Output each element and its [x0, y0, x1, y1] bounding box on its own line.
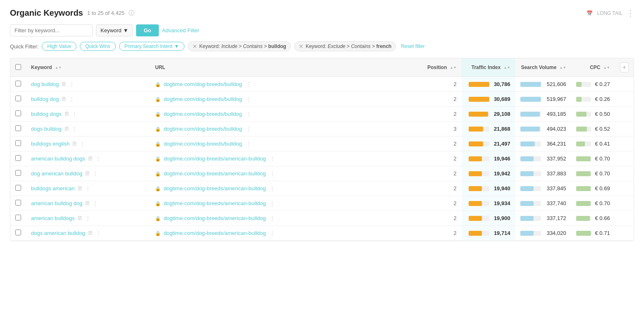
- url-menu-icon[interactable]: ⋮: [246, 96, 252, 102]
- row-menu-icon[interactable]: ⋮: [93, 200, 98, 206]
- document-icon[interactable]: 🖹: [77, 215, 83, 221]
- url-link[interactable]: dogtime.com/dog-breeds/bulldog: [164, 81, 242, 87]
- document-icon[interactable]: 🖹: [64, 126, 69, 132]
- url-link[interactable]: dogtime.com/dog-breeds/american-bulldog: [164, 156, 266, 162]
- header-add-col[interactable]: +: [615, 58, 634, 77]
- position-cell: 2: [420, 211, 462, 226]
- url-link[interactable]: dogtime.com/dog-breeds/bulldog: [164, 126, 242, 132]
- header-sv-label: Search Volume: [521, 65, 557, 70]
- row-menu-icon[interactable]: ⋮: [85, 185, 91, 192]
- help-icon[interactable]: ⓘ: [129, 10, 134, 17]
- keyword-link[interactable]: american bulldog dogs: [31, 156, 85, 162]
- primary-search-intent-dropdown[interactable]: Primary Search Intent ▼: [119, 42, 184, 51]
- keyword-link[interactable]: american bulldogs: [31, 215, 75, 221]
- keyword-link[interactable]: dog bulldog: [31, 81, 59, 87]
- sv-cell: 494,023: [515, 122, 571, 136]
- url-menu-icon[interactable]: ⋮: [270, 185, 275, 192]
- long-tail-label[interactable]: LONG TAIL: [597, 10, 622, 16]
- header-position-col[interactable]: Position ▲▼: [420, 58, 462, 77]
- document-icon[interactable]: 🖹: [85, 200, 90, 206]
- url-link[interactable]: dogtime.com/dog-breeds/bulldog: [164, 96, 242, 102]
- url-menu-icon[interactable]: ⋮: [270, 156, 275, 162]
- url-menu-icon[interactable]: ⋮: [246, 126, 252, 132]
- quick-wins-chip[interactable]: Quick Wins: [80, 42, 116, 51]
- keyword-link[interactable]: dog american bulldog: [31, 170, 82, 177]
- remove-french-filter[interactable]: ✕: [299, 43, 304, 50]
- cpc-cell: € 0.66: [571, 211, 615, 226]
- row-menu-icon[interactable]: ⋮: [96, 230, 101, 236]
- row-menu-icon[interactable]: ⋮: [72, 111, 78, 117]
- header-keyword-col[interactable]: Keyword ▲▼: [26, 58, 150, 77]
- keyword-link[interactable]: dogs american bulldog: [31, 230, 85, 236]
- row-checkbox[interactable]: [15, 230, 21, 235]
- header-sv-col[interactable]: Search Volume ▲▼: [515, 58, 571, 77]
- url-menu-icon[interactable]: ⋮: [246, 111, 252, 117]
- document-icon[interactable]: 🖹: [77, 185, 83, 192]
- more-options-icon[interactable]: ⋮: [627, 9, 634, 18]
- add-column-button[interactable]: +: [620, 62, 629, 72]
- advanced-filter-link[interactable]: Advanced Filter: [162, 27, 199, 34]
- url-menu-icon[interactable]: ⋮: [246, 141, 252, 147]
- row-menu-icon[interactable]: ⋮: [85, 215, 91, 221]
- sv-value: 337,172: [543, 215, 566, 221]
- row-checkbox[interactable]: [15, 200, 21, 206]
- url-menu-icon[interactable]: ⋮: [270, 170, 275, 177]
- keyword-filter-input[interactable]: [10, 24, 93, 36]
- row-menu-icon[interactable]: ⋮: [72, 126, 78, 132]
- document-icon[interactable]: 🖹: [64, 111, 69, 117]
- row-checkbox[interactable]: [15, 170, 21, 176]
- row-checkbox[interactable]: [15, 140, 21, 146]
- row-menu-icon[interactable]: ⋮: [69, 96, 75, 102]
- document-icon[interactable]: 🖹: [85, 170, 90, 177]
- add-cell: [615, 77, 634, 92]
- row-checkbox[interactable]: [15, 110, 21, 116]
- keyword-link[interactable]: bulldog dog: [31, 96, 59, 102]
- row-menu-icon[interactable]: ⋮: [80, 141, 86, 147]
- keyword-link[interactable]: bulldog dogs: [31, 111, 62, 117]
- keyword-link[interactable]: american bulldog dog: [31, 200, 82, 206]
- header-cpc-col[interactable]: CPC ▲▼: [571, 58, 615, 77]
- url-link[interactable]: dogtime.com/dog-breeds/american-bulldog: [164, 170, 266, 177]
- position-value: 2: [453, 141, 456, 147]
- document-icon[interactable]: 🖹: [88, 230, 93, 236]
- row-menu-icon[interactable]: ⋮: [96, 156, 101, 162]
- row-checkbox[interactable]: [15, 125, 21, 131]
- url-menu-icon[interactable]: ⋮: [270, 200, 275, 206]
- url-link[interactable]: dogtime.com/dog-breeds/american-bulldog: [164, 200, 266, 206]
- high-value-chip[interactable]: High Value: [42, 42, 77, 51]
- go-button[interactable]: Go: [136, 24, 158, 36]
- keyword-link[interactable]: bulldogs english: [31, 141, 69, 147]
- url-menu-icon[interactable]: ⋮: [270, 230, 275, 236]
- traffic-bar-wrap: [469, 201, 489, 206]
- position-cell: 2: [420, 77, 462, 92]
- select-all-checkbox[interactable]: [15, 64, 21, 70]
- row-menu-icon[interactable]: ⋮: [69, 81, 75, 87]
- position-value: 2: [453, 170, 456, 177]
- row-checkbox[interactable]: [15, 96, 21, 101]
- url-link[interactable]: dogtime.com/dog-breeds/american-bulldog: [164, 185, 266, 192]
- remove-bulldog-filter[interactable]: ✕: [192, 43, 197, 50]
- document-icon[interactable]: 🖹: [72, 141, 77, 147]
- url-menu-icon[interactable]: ⋮: [246, 81, 252, 87]
- reset-filter-link[interactable]: Reset filter: [401, 43, 424, 49]
- row-checkbox[interactable]: [15, 81, 21, 86]
- row-menu-icon[interactable]: ⋮: [93, 170, 98, 177]
- document-icon[interactable]: 🖹: [61, 81, 67, 87]
- document-icon[interactable]: 🖹: [61, 96, 67, 102]
- url-link[interactable]: dogtime.com/dog-breeds/bulldog: [164, 111, 242, 117]
- keyword-link[interactable]: bulldogs american: [31, 185, 75, 192]
- row-checkbox[interactable]: [15, 185, 21, 191]
- document-icon[interactable]: 🖹: [88, 156, 93, 162]
- url-menu-icon[interactable]: ⋮: [270, 215, 275, 221]
- header-traffic-col[interactable]: Traffic Index ▲▼: [462, 58, 515, 77]
- keyword-type-select[interactable]: Keyword ▼: [96, 24, 133, 36]
- url-link[interactable]: dogtime.com/dog-breeds/american-bulldog: [164, 215, 266, 221]
- url-link[interactable]: dogtime.com/dog-breeds/american-bulldog: [164, 230, 266, 236]
- row-checkbox[interactable]: [15, 215, 21, 220]
- row-checkbox[interactable]: [15, 155, 21, 161]
- keyword-link[interactable]: dogs bulldog: [31, 126, 62, 132]
- position-cell: 2: [420, 196, 462, 211]
- url-link[interactable]: dogtime.com/dog-breeds/bulldog: [164, 141, 242, 147]
- row-checkbox-cell: [10, 181, 26, 196]
- traffic-value: 19,942: [492, 170, 510, 177]
